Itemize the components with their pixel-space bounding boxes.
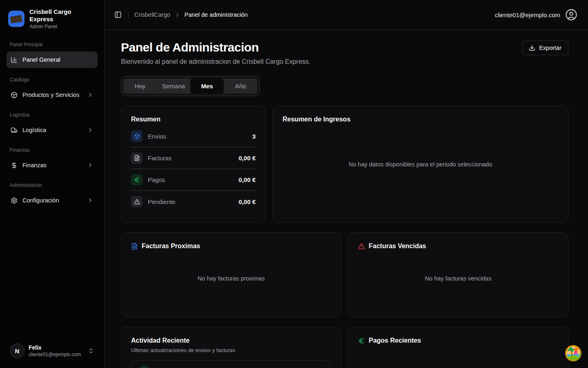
income-summary-card: Resumen de Ingresos No hay datos disponi…: [272, 105, 568, 223]
user-email: cliente01@ejemplo.com: [29, 352, 84, 357]
sidebar-item-label: Finanzas: [22, 162, 82, 168]
sidebar-item-productos-y-servicios[interactable]: Productos y Servicios: [7, 87, 98, 103]
sidebar-item-label: Configuración: [22, 197, 82, 204]
chevrons-up-down-icon: [88, 348, 94, 354]
period-tabs: Hoy Semana Mes Año: [121, 76, 260, 96]
tab-ano[interactable]: Año: [224, 79, 257, 94]
overdue-invoices-empty-state: No hay facturas vencidas: [358, 250, 558, 307]
file-text-icon: [131, 153, 143, 164]
tab-hoy[interactable]: Hoy: [123, 79, 157, 94]
summary-rows: Envios 3 Facturas 0,00 € P: [131, 126, 256, 212]
sidebar-section-logistica: Logística Logística: [7, 112, 98, 138]
breadcrumb-link-crisbellcargo[interactable]: CrisbellCargo: [134, 11, 170, 18]
euro-icon: [358, 337, 365, 344]
breadcrumb: CrisbellCargo Panel de administración: [134, 11, 248, 18]
brand-logo-icon: [8, 11, 24, 27]
account-email: cliente01@ejemplo.com: [495, 11, 560, 18]
sidebar-toggle-button[interactable]: [112, 9, 124, 21]
content: Panel de Administracion Bienvenido al pa…: [105, 30, 588, 368]
upcoming-invoices-title: Facturas Proximas: [142, 242, 200, 250]
export-button[interactable]: Exportar: [522, 40, 568, 55]
recent-activity-card: Actividad Reciente Ultimas actualizacion…: [121, 327, 341, 368]
sidebar-item-panel-general[interactable]: Panel General: [7, 52, 98, 68]
overdue-invoices-title: Facturas Vencidas: [369, 242, 426, 250]
page-title: Panel de Administracion: [121, 40, 310, 54]
island-widget-button[interactable]: [565, 345, 581, 361]
user-menu-button[interactable]: [565, 9, 577, 21]
overdue-invoices-card: Facturas Vencidas No hay facturas vencid…: [348, 232, 568, 317]
alert-triangle-icon: [131, 196, 143, 207]
tab-mes[interactable]: Mes: [190, 79, 224, 94]
recent-payments-header: Pagos Recientes: [358, 337, 558, 344]
sidebar-section-label: Catálogo: [7, 77, 98, 83]
summary-label: Pendiente: [148, 198, 233, 205]
chevron-right-icon: [87, 197, 94, 204]
user-name: Felix: [29, 344, 84, 351]
summary-card: Resumen Envios 3 Facturas 0,: [121, 105, 266, 223]
user-info: Felix cliente01@ejemplo.com: [29, 344, 84, 357]
download-icon: [529, 45, 535, 51]
topbar-right: cliente01@ejemplo.com: [495, 9, 577, 21]
sidebar-section-panel-principal: Panel Principal Panel General: [7, 42, 98, 68]
page-header-text: Panel de Administracion Bienvenido al pa…: [121, 40, 310, 65]
brand[interactable]: Crisbell Cargo Express Admin Panel: [7, 7, 98, 33]
summary-row: Resumen Envios 3 Facturas 0,: [121, 105, 568, 223]
sidebar-item-label: Logística: [22, 127, 82, 133]
package-icon: [11, 92, 18, 99]
summary-row-facturas: Facturas 0,00 €: [131, 147, 256, 169]
summary-row-pendiente: Pendiente 0,00 €: [131, 191, 256, 212]
activity-list: Nuevo envio: CBCE-0005: [131, 360, 331, 368]
sidebar-item-logistica[interactable]: Logística: [7, 122, 98, 138]
alert-triangle-icon: [358, 243, 365, 250]
income-empty-state: No hay datos disponibles para el periodo…: [273, 106, 568, 222]
package-icon: [131, 130, 143, 142]
summary-value: 0,00 €: [238, 198, 256, 205]
recent-activity-title: Actividad Reciente: [131, 337, 331, 344]
chevron-right-icon: [174, 12, 180, 18]
upcoming-invoices-header: Facturas Proximas: [131, 242, 331, 250]
gear-icon: [11, 197, 18, 204]
sidebar-section-label: Logística: [7, 112, 98, 118]
activity-row: Actividad Reciente Ultimas actualizacion…: [121, 327, 568, 368]
sidebar-section-catalogo: Catálogo Productos y Servicios: [7, 77, 98, 103]
summary-value: 0,00 €: [238, 176, 256, 183]
divider: [128, 11, 129, 18]
upcoming-invoices-empty-state: No hay facturas proximas: [131, 250, 331, 307]
topbar: CrisbellCargo Panel de administración cl…: [105, 0, 588, 30]
activity-list-item[interactable]: Nuevo envio: CBCE-0005: [131, 360, 331, 368]
overdue-invoices-header: Facturas Vencidas: [358, 242, 558, 250]
sidebar-item-finanzas[interactable]: Finanzas: [7, 157, 98, 173]
dollar-icon: [11, 162, 18, 169]
sidebar-user-menu[interactable]: N Felix cliente01@ejemplo.com: [7, 340, 98, 361]
package-icon: [138, 366, 151, 368]
summary-label: Facturas: [148, 155, 233, 162]
sidebar-section-administracion: Administración Configuración: [7, 182, 98, 209]
brand-text: Crisbell Cargo Express Admin Panel: [29, 8, 96, 29]
avatar: N: [10, 343, 24, 358]
summary-label: Envios: [148, 133, 247, 140]
page-header: Panel de Administracion Bienvenido al pa…: [121, 40, 568, 65]
recent-payments-title: Pagos Recientes: [369, 337, 421, 344]
summary-row-pagos: Pagos 0,00 €: [131, 169, 256, 191]
period-tablist: Hoy Semana Mes Año: [123, 79, 257, 94]
file-text-icon: [131, 243, 138, 250]
euro-icon: [131, 174, 143, 186]
summary-title: Resumen: [131, 116, 256, 123]
sidebar-section-label: Finanzas: [7, 147, 98, 153]
sidebar-section-label: Administración: [7, 182, 98, 188]
sidebar: Crisbell Cargo Express Admin Panel Panel…: [0, 0, 105, 368]
export-label: Exportar: [539, 45, 561, 51]
breadcrumb-current: Panel de administración: [185, 11, 248, 18]
sidebar-item-configuracion[interactable]: Configuración: [7, 192, 98, 209]
page-subtitle: Bienvenido al panel de administracion de…: [121, 58, 310, 65]
invoices-row: Facturas Proximas No hay facturas proxim…: [121, 232, 568, 317]
sidebar-section-label: Panel Principal: [7, 42, 98, 47]
brand-name: Crisbell Cargo Express: [29, 8, 96, 23]
upcoming-invoices-card: Facturas Proximas No hay facturas proxim…: [121, 232, 341, 317]
panel-left-icon: [114, 11, 122, 18]
tab-semana[interactable]: Semana: [157, 79, 190, 94]
summary-label: Pagos: [148, 176, 233, 183]
sidebar-item-label: Panel General: [22, 56, 94, 63]
sidebar-item-label: Productos y Servicios: [22, 92, 82, 98]
truck-icon: [11, 127, 18, 134]
